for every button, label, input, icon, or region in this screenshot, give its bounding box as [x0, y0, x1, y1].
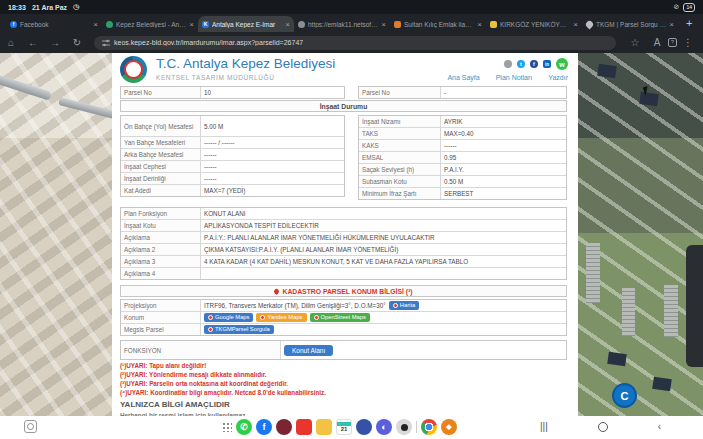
table-row: Açıklama P.A.İ.Y.: PLANLI ALANLAR İMAR Y…	[121, 232, 566, 244]
tab-kepez-anasayfa[interactable]: Kepez Belediyesi - Ana Say ×	[102, 16, 198, 32]
floating-assistant-button[interactable]: C	[612, 383, 637, 408]
pin-favicon-icon	[585, 19, 595, 29]
calendar-icon[interactable]: 21	[336, 419, 352, 435]
emlak-favicon-icon	[394, 21, 401, 28]
close-icon[interactable]: ×	[669, 20, 674, 29]
table-row: İnşaat Cephesi ------	[121, 161, 344, 173]
new-tab-button[interactable]: +	[686, 17, 692, 29]
nav-plan-notlari[interactable]: Plan Notları	[496, 74, 533, 81]
url-bar[interactable]: keos.kepez-bld.gov.tr/imardurumu/imar.as…	[94, 36, 616, 50]
twitter-icon[interactable]: t	[517, 60, 525, 68]
openstreet-maps-button[interactable]: OpenStreet Maps	[310, 313, 370, 322]
row-label: İnşaat Derinliği	[121, 173, 201, 184]
media-icon[interactable]	[276, 419, 292, 435]
close-icon[interactable]: ×	[381, 20, 386, 29]
bookmark-star-icon[interactable]: ☆	[624, 37, 646, 48]
home-button[interactable]	[598, 422, 608, 432]
table-row: EMSAL 0.95	[359, 152, 566, 164]
tab-kirkgoz[interactable]: KIRKGÖZ YENİKÖYDE SAT ×	[486, 16, 582, 32]
reload-icon[interactable]: ↻	[66, 37, 88, 48]
nav-yazdir[interactable]: Yazdır	[548, 74, 568, 81]
table-row: Kat Adedi MAX=7 (YEDİ)	[121, 185, 344, 196]
row-value: AYRIK	[441, 117, 566, 126]
table-row: İnşaat Nizamı AYRIK	[359, 116, 566, 128]
table-row: Arka Bahçe Mesafesi ------	[121, 149, 344, 161]
close-icon[interactable]: ×	[189, 20, 194, 29]
section-header-kadastro: KADASTRO PARSEL KONUM BİLGİSİ (³)	[120, 285, 567, 297]
row-label: Ön Bahçe (Yol) Mesafesi	[121, 116, 201, 136]
nav-back-button[interactable]: ‹	[658, 421, 661, 432]
files-icon[interactable]	[316, 419, 332, 435]
store-icon[interactable]: ◆	[441, 419, 457, 435]
tkgm-parsel-sorgula-button[interactable]: TKGMParsel Sorgula	[204, 325, 274, 334]
home-icon[interactable]: ⌂	[0, 37, 22, 48]
close-icon[interactable]: ×	[285, 20, 290, 29]
whatsapp-icon[interactable]: w	[556, 58, 568, 70]
roof-decor	[652, 377, 671, 391]
samsung-internet-icon[interactable]: ◐	[376, 419, 392, 435]
clock: 18:33	[8, 4, 26, 11]
tab-tkgm[interactable]: TKGM | Parsel Sorgu Uygu ×	[582, 16, 678, 32]
warning-1: (¹)UYARI: Tapu alanı değildir!	[120, 362, 206, 369]
app-drawer-icon[interactable]	[222, 422, 232, 432]
plan-table: Plan Fonksiyon KONUT ALANI İnşaat Kotu A…	[120, 207, 567, 280]
close-icon[interactable]: ×	[477, 20, 482, 29]
tab-emlak11[interactable]: https://emlak11.netsoftyaz ×	[294, 16, 390, 32]
close-icon[interactable]: ×	[573, 20, 578, 29]
nav-ana-sayfa[interactable]: Ana Sayfa	[447, 74, 479, 81]
row-value: MAX=7 (YEDİ)	[201, 186, 344, 195]
opera-icon[interactable]	[296, 419, 312, 435]
row-label: Arka Bahçe Mesafesi	[121, 149, 201, 160]
keos-favicon-icon: K	[202, 21, 209, 28]
row-value: ------	[441, 141, 566, 150]
camera-icon[interactable]	[396, 419, 412, 435]
row-value: ------	[201, 150, 344, 159]
row-value: ÇIKMA KATSAYISI:P.A.İ.Y. (PLANLI ALANLAR…	[201, 245, 566, 254]
pinterest-icon[interactable]	[504, 60, 512, 68]
facebook-icon[interactable]: f	[530, 60, 538, 68]
row-value: Google Maps Yandex Maps OpenStreet Maps	[201, 312, 566, 323]
whatsapp-icon[interactable]: ✆	[236, 419, 252, 435]
alarm-icon: ◷	[73, 3, 79, 11]
translate-icon[interactable]: A	[646, 37, 668, 48]
harita-button[interactable]: Harita	[389, 301, 419, 310]
tab-facebook[interactable]: f Facebook ×	[6, 16, 102, 32]
globe-favicon-icon	[298, 21, 305, 28]
browser-toolbar: ⌂ ← → ↻ keos.kepez-bld.gov.tr/imardurumu…	[0, 32, 703, 53]
facebook-icon[interactable]: f	[256, 419, 272, 435]
background-blueprint-image	[0, 53, 112, 416]
fonksiyon-box: FONKSİYON Konut Alanı	[120, 340, 567, 360]
page-subtitle: KENTSEL TASARIM MÜDÜRLÜĞÜ	[156, 74, 275, 81]
back-icon[interactable]: ←	[22, 37, 44, 48]
table-row: Subasman Kotu 0.50 M	[359, 176, 566, 188]
tab-eimar-active[interactable]: K Antalya Kepez E-İmar ×	[198, 16, 294, 32]
taskbar-dock: ✆ f 21 ◐ ◆ ||| ‹	[0, 416, 703, 439]
forward-icon[interactable]: →	[44, 37, 66, 48]
date: 21 Ara Paz	[32, 4, 67, 11]
map-marker-icon	[260, 315, 265, 320]
linkedin-icon[interactable]: in	[543, 60, 551, 68]
tab-sultan-kilic[interactable]: Sultan Kılıç Emlak ilanları ×	[390, 16, 486, 32]
row-label: FONKSİYON	[121, 341, 281, 359]
help-icon[interactable]: ?	[668, 38, 677, 47]
row-value: APLİKASYONDA TESPİT EDİLECEKTİR	[201, 221, 566, 230]
messages-icon[interactable]	[356, 419, 372, 435]
google-maps-button[interactable]: Google Maps	[204, 313, 253, 322]
edge-panel-handle[interactable]	[686, 245, 703, 367]
row-value: -	[441, 88, 566, 97]
row-label: Açıklama 2	[121, 244, 201, 255]
row-value: ------	[201, 174, 344, 183]
floating-timer-icon[interactable]	[24, 420, 37, 433]
close-icon[interactable]: ×	[93, 20, 98, 29]
roof-decor	[607, 352, 626, 366]
recents-button[interactable]: |||	[540, 421, 548, 432]
table-row: Açıklama 3 4 KATA KADAR (4 KAT DAHİL) ME…	[121, 256, 566, 268]
row-label: İnşaat Cephesi	[121, 161, 201, 172]
table-row: Saçak Seviyesi (h) P.A.İ.Y.	[359, 164, 566, 176]
table-row: TAKS MAX=0.40	[359, 128, 566, 140]
table-row: İnşaat Kotu APLİKASYONDA TESPİT EDİLECEK…	[121, 220, 566, 232]
yandex-maps-button[interactable]: Yandex Maps	[256, 313, 306, 322]
menu-kebab-icon[interactable]: ⋮	[677, 37, 699, 48]
konut-alani-button[interactable]: Konut Alanı	[284, 345, 333, 356]
chrome-icon[interactable]	[421, 419, 437, 435]
